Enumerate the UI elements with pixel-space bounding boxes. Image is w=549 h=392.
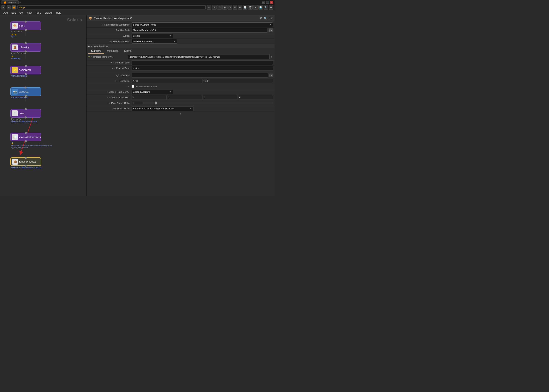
frame-range-dropdown[interactable]: Sample Current Frame ▼ <box>132 22 273 27</box>
menu-help[interactable]: Help <box>54 11 63 15</box>
create-primitives-section[interactable]: ▶ Create Primitives <box>87 44 274 49</box>
dw-input1[interactable] <box>132 95 167 100</box>
inst-shutter-label: Instantaneous Shutter <box>136 85 158 88</box>
circle-res: ○ <box>115 80 116 82</box>
tab-add-btn[interactable]: + <box>19 1 21 4</box>
inst-shutter-checkbox[interactable] <box>132 85 134 88</box>
product-type-input[interactable] <box>132 66 273 70</box>
slider-track[interactable] <box>143 103 273 103</box>
dw-input3[interactable] <box>202 95 238 100</box>
tool-grid3[interactable]: ▦ <box>222 5 227 10</box>
lock-icon1: 🔒 <box>11 33 14 35</box>
sub-circle-ar: ▸ <box>108 91 108 93</box>
solaris-label: Solaris <box>67 17 82 23</box>
init-params-dropdown[interactable]: Initialize Parameters ▼ <box>132 39 177 44</box>
node-grid1[interactable]: 🎨 grid1 SOP Create 🔒 🔒 /grid1 <box>10 21 41 37</box>
param-product-name: ✏ ○ Product Name <box>87 60 274 65</box>
resolution-inputs <box>132 79 273 83</box>
connector-bottom-cam <box>25 95 27 97</box>
right-panel: 📦 Render Product renderproduct1 ⚙ 🔍 ℹ ? … <box>87 15 274 196</box>
action-value: Create <box>133 35 140 37</box>
tab-standard[interactable]: Standard <box>88 49 104 54</box>
rp-help-btn[interactable]: ? <box>271 16 272 20</box>
ordered-label: Ordered Render V... <box>93 56 128 58</box>
menu-layout[interactable]: Layout <box>43 11 54 15</box>
node-type-color: Render Var <box>11 118 41 120</box>
connector-top-cam <box>25 86 27 89</box>
tab-close-btn[interactable]: × <box>15 1 16 4</box>
dw-input2[interactable] <box>167 95 202 100</box>
res-mode-dropdown[interactable]: Set Width, Compute Height from Camera ▼ <box>132 106 194 111</box>
edit-icon-pname: ✏ <box>110 62 112 64</box>
node-icon-rubbertoy: 🧸 <box>12 44 18 50</box>
dw-input4[interactable] <box>238 95 273 100</box>
graph-svg <box>0 15 86 196</box>
tool-grid4[interactable]: ⊞ <box>227 5 232 10</box>
rp-search-btn[interactable]: 🔍 <box>264 16 267 20</box>
close-btn[interactable]: × <box>270 1 273 4</box>
product-name-input[interactable] <box>132 60 273 65</box>
node-icon-camera: 📷 <box>12 89 18 95</box>
res-mode-label: Resolution Mode <box>112 107 130 110</box>
address-input[interactable] <box>17 5 206 9</box>
menu-add[interactable]: Add <box>2 11 9 15</box>
tool-grid5[interactable]: ⊟ <box>233 5 237 10</box>
pixel-aspect-input[interactable] <box>132 101 142 105</box>
tool-grid2[interactable]: ⊟ <box>217 5 222 10</box>
res-width-input[interactable] <box>132 79 202 83</box>
menu-edit[interactable]: Edit <box>10 11 17 15</box>
tool-search[interactable]: 🔍 <box>264 5 268 10</box>
tool-save[interactable]: 💾 <box>258 5 263 10</box>
node-camera1[interactable]: 📷 camera1 /cameras/camera1 <box>10 87 41 99</box>
maximize-btn[interactable]: □ <box>266 1 269 4</box>
expand-arrow-frame[interactable]: ▶ <box>102 24 103 26</box>
rp-gear-btn[interactable]: ⚙ <box>260 16 262 20</box>
tool-grid1[interactable]: ⊞ <box>212 5 217 10</box>
tool-settings[interactable]: ⚙ <box>269 5 273 10</box>
node-name-vray: vraystandardrendervars <box>19 136 41 138</box>
forward-btn[interactable]: ▶ <box>7 5 11 9</box>
menu-tools[interactable]: Tools <box>34 11 43 15</box>
node-domelight1[interactable]: 💡 domelight1 /lights/domelight1 <box>10 66 41 77</box>
back-btn[interactable]: ◀ <box>1 5 5 9</box>
menu-view[interactable]: View <box>25 11 33 15</box>
prim-path-arrow-btn[interactable]: ▷ <box>268 28 273 32</box>
pixel-aspect-slider[interactable] <box>132 101 273 105</box>
rp-tools: ⚙ 🔍 ℹ ? <box>260 16 272 20</box>
camera-pick-btn[interactable]: ▷ <box>269 74 273 77</box>
stage-tab[interactable]: 🍊 /stage × <box>1 0 19 4</box>
res-height-input[interactable] <box>202 79 273 83</box>
menu-go[interactable]: Go <box>18 11 24 15</box>
connector-top-vray <box>25 132 27 134</box>
prim-path-input[interactable] <box>132 28 268 33</box>
camera-input[interactable] <box>132 73 268 78</box>
tab-karma[interactable]: Karma <box>121 49 134 54</box>
action-dropdown[interactable]: Create ▼ <box>132 34 173 38</box>
more-params-btn[interactable]: ▼ <box>87 112 274 116</box>
tool-cut[interactable]: ✂ <box>207 5 211 10</box>
tool-bookmark[interactable]: 📑 <box>243 5 247 10</box>
render-product-header: 📦 Render Product renderproduct1 ⚙ 🔍 ℹ ? <box>87 15 274 21</box>
circle-camera: ○ <box>116 74 119 77</box>
node-name-camera: camera1 <box>19 90 29 93</box>
ordered-value[interactable]: /Render/Products/Vars/color /Render/Prod… <box>128 55 270 59</box>
node-vray[interactable]: 📊 vraystandardrendervars 🔒 /Render/Produ… <box>10 133 52 149</box>
aspect-ratio-dropdown[interactable]: Expand Aperture ▼ <box>132 90 173 94</box>
param-data-window: ○ ▸ Data Window NDC <box>87 95 274 100</box>
tab-meta-data[interactable]: Meta Data <box>104 49 121 54</box>
init-params-value: Initialize Parameters <box>133 40 154 43</box>
slider-thumb[interactable] <box>155 102 157 105</box>
tool-grid6[interactable]: ⊠ <box>238 5 242 10</box>
node-renderproduct1[interactable]: 📦 renderproduct1 /Render/Products/render… <box>10 157 42 169</box>
menu-bar: Add Edit Go View Tools Layout Help <box>0 10 274 15</box>
rp-info-btn[interactable]: ℹ <box>268 16 270 20</box>
tool-export[interactable]: ↗ <box>253 5 258 10</box>
connector-bottom-rt <box>25 50 27 53</box>
node-rubbertoy[interactable]: 🧸 rubbertoy Asset Reference 🔒 /rubbertoy <box>10 43 41 60</box>
minimize-btn[interactable]: — <box>262 1 265 4</box>
param-aspect-ratio: ○ ▸ Aspect Ratio Conf... Expand Aperture… <box>87 89 274 95</box>
node-color[interactable]: 🖼 color Render Var /Render/Products/Vars… <box>10 109 41 123</box>
tool-image[interactable]: 🖼 <box>248 5 253 10</box>
connector-top-dl <box>25 65 27 67</box>
connector-bottom-dl <box>25 73 27 75</box>
